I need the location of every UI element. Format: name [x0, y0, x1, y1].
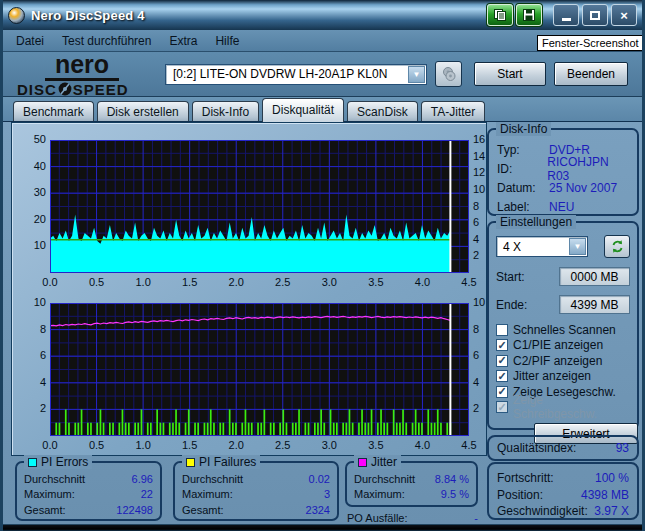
- speed-select[interactable]: 4 X ▼: [496, 236, 588, 257]
- disk-info-title: Disk-Info: [496, 122, 551, 136]
- minimize-button[interactable]: [553, 4, 579, 26]
- stat-value: 8.84 %: [435, 473, 469, 485]
- checkbox-c2-pif-anzeigen[interactable]: ✓C2/PIF anzeigen: [496, 353, 630, 369]
- checkbox-c1-pie-anzeigen[interactable]: ✓C1/PIE anzeigen: [496, 338, 630, 354]
- toolbar: nero DISC SPEED [0:2] LITE-ON DVDRW LH-2…: [3, 52, 642, 97]
- checkbox-schnelles-scannen[interactable]: Schnelles Scannen: [496, 322, 630, 338]
- y-left-tick: 40: [18, 160, 46, 173]
- tab-bar: BenchmarkDisk erstellenDisk-InfoDiskqual…: [3, 97, 642, 122]
- y-left-tick: 2: [18, 402, 46, 415]
- progress-row: Position:4398 MB: [497, 487, 629, 504]
- stat-row: Maximum:22: [17, 487, 160, 503]
- tab-benchmark[interactable]: Benchmark: [13, 101, 94, 121]
- start-button[interactable]: Start: [474, 62, 546, 86]
- stat-value: 0.02: [309, 473, 330, 485]
- eject-disc-button[interactable]: [435, 61, 462, 87]
- chevron-down-icon[interactable]: ▼: [408, 66, 425, 83]
- window-bottom-edge: [3, 524, 642, 531]
- x-tick: 4.5: [454, 276, 484, 289]
- tab-ta-jitter[interactable]: TA-Jitter: [421, 101, 485, 121]
- stat-row: Durchschnitt0.02: [175, 471, 337, 487]
- checkbox-label: Jitter anzeigen: [513, 369, 591, 383]
- stat-box-title: PI Errors: [24, 455, 92, 469]
- pi-failures-stats-box: PI FailuresDurchschnitt0.02Maximum:3Gesa…: [173, 461, 339, 521]
- pi-errors-chart: [50, 140, 469, 273]
- stat-box-title-text: PI Failures: [199, 455, 256, 469]
- stat-label: Gesamt:: [24, 504, 66, 516]
- tab-scandisk[interactable]: ScanDisk: [347, 101, 418, 121]
- minimize-icon: [562, 18, 571, 21]
- checkbox-icon: ✓: [496, 370, 508, 382]
- y-left-tick: 10: [18, 239, 46, 252]
- checkbox-label: Zeige Schreibgeschw.: [513, 393, 630, 421]
- stat-label: Durchschnitt: [24, 473, 85, 485]
- checkbox-label: C1/PIE anzeigen: [513, 338, 603, 352]
- po-failures-value: -: [474, 512, 478, 524]
- stat-row: Maximum:9.5 %: [347, 487, 476, 503]
- quality-index-box: Qualitätsindex: 93: [487, 435, 639, 461]
- quit-button[interactable]: Beenden: [554, 62, 628, 86]
- x-tick: 3.0: [314, 276, 344, 289]
- copy-icon: [493, 8, 507, 22]
- y-left-tick: 50: [18, 133, 46, 146]
- disk-info-value: NEU: [549, 200, 574, 214]
- close-button[interactable]: ×: [611, 4, 637, 26]
- logo-disc-text: DISC: [17, 82, 57, 97]
- screenshot-copy-button[interactable]: [487, 4, 513, 26]
- window-title: Nero DiscSpeed 4: [31, 8, 484, 23]
- stat-row: Durchschnitt8.84 %: [347, 471, 476, 487]
- nero-discspeed-logo: nero DISC SPEED: [3, 52, 155, 97]
- menu-item-extra[interactable]: Extra: [160, 31, 206, 51]
- disk-info-groupbox: Disk-Info Typ:DVD+RID:RICOHJPN R03Datum:…: [487, 128, 639, 216]
- disk-info-value: RICOHJPN R03: [547, 155, 631, 183]
- progress-value: 100 %: [595, 471, 629, 485]
- stat-row: Durchschnitt6.96: [17, 471, 160, 487]
- quality-index-label: Qualitätsindex:: [497, 441, 576, 455]
- y-left-tick: 8: [18, 323, 46, 336]
- end-field[interactable]: 4399 MB: [559, 295, 630, 314]
- tab-disk-erstellen[interactable]: Disk erstellen: [97, 101, 189, 121]
- y-left-tick: 6: [18, 349, 46, 362]
- start-field-value: 0000 MB: [571, 270, 619, 284]
- screenshot-save-button[interactable]: [516, 4, 542, 26]
- disk-info-value: 25 Nov 2007: [549, 181, 617, 195]
- progress-label: Fortschritt:: [497, 471, 554, 485]
- y-left-tick: 20: [18, 213, 46, 226]
- title-bar: Nero DiscSpeed 4 ×: [3, 0, 642, 30]
- tab-disk-info[interactable]: Disk-Info: [192, 101, 259, 121]
- menu-item-hilfe[interactable]: Hilfe: [206, 31, 248, 51]
- drive-select[interactable]: [0:2] LITE-ON DVDRW LH-20A1P KL0N ▼: [165, 64, 427, 85]
- checkbox-jitter-anzeigen[interactable]: ✓Jitter anzeigen: [496, 369, 630, 385]
- checkbox-icon: ✓: [496, 386, 508, 398]
- x-tick: 0.5: [82, 276, 112, 289]
- stat-value: 122498: [116, 504, 153, 516]
- disk-info-label: Typ:: [497, 143, 549, 157]
- stat-row: Maximum:3: [175, 487, 337, 503]
- tooltip: Fenster-Screenshot in: [537, 35, 645, 51]
- disk-info-row: Datum:25 Nov 2007: [489, 178, 637, 197]
- maximize-button[interactable]: [582, 4, 608, 26]
- chevron-down-icon[interactable]: ▼: [569, 238, 586, 255]
- jitter-stats-box: JitterDurchschnitt8.84 %Maximum:9.5 %: [345, 461, 478, 507]
- progress-row: Geschwindigkeit:3.97 X: [497, 503, 629, 520]
- main-area: 10203040502468101214160.00.51.01.52.02.5…: [3, 122, 642, 524]
- quit-button-label: Beenden: [567, 67, 615, 81]
- progress-box: Fortschritt:100 %Position:4398 MBGeschwi…: [487, 462, 639, 520]
- tab-diskqualit-t[interactable]: Diskqualität: [262, 98, 344, 122]
- refresh-button[interactable]: [604, 235, 630, 258]
- menu-item-test-durchf-hren[interactable]: Test durchführen: [53, 31, 160, 51]
- checkbox-zeige-schreibgeschw[interactable]: ✓Zeige Schreibgeschw.: [496, 400, 630, 416]
- quality-index-value: 93: [616, 441, 629, 455]
- progress-label: Position:: [497, 488, 543, 502]
- x-tick: 3.5: [361, 276, 391, 289]
- checkbox-icon: ✓: [496, 401, 508, 413]
- x-tick: 1.0: [128, 276, 158, 289]
- stat-value: 22: [141, 488, 153, 500]
- stat-label: Maximum:: [354, 488, 405, 500]
- menu-item-datei[interactable]: Datei: [7, 31, 53, 51]
- start-field[interactable]: 0000 MB: [559, 267, 630, 286]
- progress-label: Geschwindigkeit:: [497, 504, 588, 518]
- stat-row: Gesamt:2324: [175, 502, 337, 518]
- x-tick: 4.0: [407, 276, 437, 289]
- settings-title: Einstellungen: [496, 215, 576, 229]
